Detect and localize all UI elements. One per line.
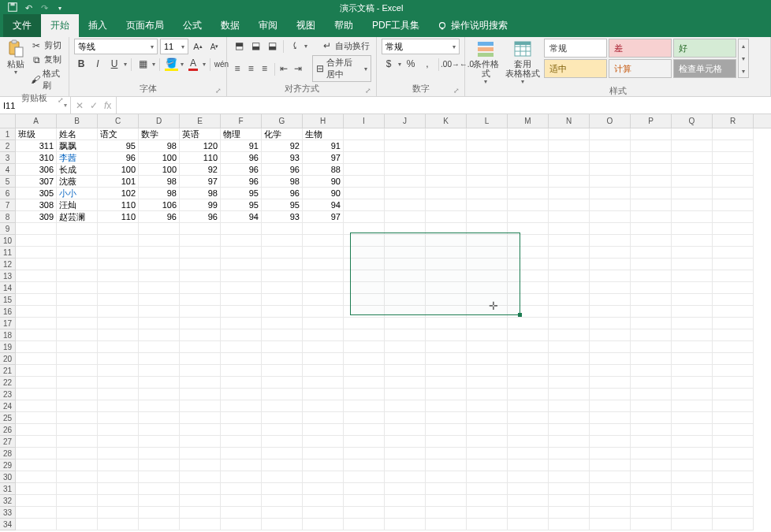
conditional-format-button[interactable]: 条件格式 ▾ (470, 39, 501, 85)
align-bottom-icon[interactable]: ⬓ (265, 39, 279, 53)
cell[interactable] (262, 412, 303, 424)
merge-center-button[interactable]: ⊟合并后居中▾ (312, 55, 371, 82)
underline-button[interactable]: U (107, 57, 121, 71)
cell[interactable] (139, 377, 180, 389)
cell[interactable] (467, 140, 508, 152)
cell[interactable] (590, 448, 631, 459)
cell[interactable] (180, 389, 221, 400)
cell[interactable] (139, 329, 180, 341)
paste-button[interactable]: 粘贴 ▾ (5, 39, 26, 76)
cell[interactable] (508, 235, 549, 247)
cell[interactable] (713, 459, 754, 471)
cell[interactable] (672, 199, 713, 211)
align-middle-icon[interactable]: ⬓ (248, 39, 263, 53)
cell[interactable] (590, 270, 631, 282)
cell[interactable] (344, 199, 385, 211)
increase-decimal-icon[interactable]: .00→ (443, 57, 457, 71)
cell[interactable] (344, 459, 385, 471)
cell[interactable] (549, 389, 590, 400)
cell[interactable]: 308 (16, 199, 57, 211)
cell[interactable]: 95 (98, 140, 139, 152)
cell[interactable] (57, 436, 98, 448)
cell[interactable] (385, 164, 426, 176)
cell[interactable]: 96 (98, 152, 139, 164)
cell[interactable] (16, 247, 57, 259)
cell[interactable] (549, 188, 590, 199)
cell[interactable] (221, 329, 262, 341)
cell[interactable] (713, 164, 754, 176)
tell-me[interactable]: 操作说明搜索 (429, 14, 516, 37)
cell[interactable] (713, 235, 754, 247)
cell[interactable] (180, 247, 221, 259)
cell[interactable] (426, 495, 467, 507)
qat-more-icon[interactable]: ▾ (54, 5, 66, 12)
cell[interactable] (631, 140, 672, 152)
cell[interactable] (180, 495, 221, 507)
row-header[interactable]: 22 (0, 377, 15, 389)
cell[interactable] (590, 318, 631, 329)
cell[interactable] (385, 436, 426, 448)
cell[interactable] (631, 459, 672, 471)
cell[interactable] (98, 436, 139, 448)
cell[interactable] (16, 365, 57, 377)
cell[interactable] (508, 188, 549, 199)
cell[interactable] (672, 164, 713, 176)
cell[interactable] (139, 282, 180, 294)
font-name-combo[interactable]: 等线▾ (74, 39, 158, 54)
cell[interactable] (180, 412, 221, 424)
cell[interactable] (508, 329, 549, 341)
cell[interactable] (713, 188, 754, 199)
cell[interactable] (303, 270, 344, 282)
cell[interactable]: 飘飘 (57, 140, 98, 152)
cell[interactable] (16, 270, 57, 282)
cell[interactable] (590, 389, 631, 400)
cell[interactable]: 95 (262, 199, 303, 211)
cell[interactable] (590, 424, 631, 436)
cell[interactable] (426, 412, 467, 424)
cell[interactable] (467, 365, 508, 377)
cell[interactable] (303, 306, 344, 318)
cell[interactable] (16, 318, 57, 329)
cell[interactable] (221, 377, 262, 389)
cell[interactable] (508, 140, 549, 152)
cell[interactable] (385, 353, 426, 365)
format-as-table-button[interactable]: 套用 表格格式 ▾ (505, 39, 541, 85)
cell[interactable] (549, 152, 590, 164)
cell[interactable] (139, 448, 180, 459)
cell[interactable]: 语文 (98, 128, 139, 140)
cell[interactable] (262, 329, 303, 341)
cell[interactable]: 96 (262, 164, 303, 176)
cell[interactable] (467, 259, 508, 270)
cell[interactable]: 姓名 (57, 128, 98, 140)
cell[interactable] (344, 519, 385, 530)
cell[interactable] (221, 259, 262, 270)
cell[interactable] (57, 519, 98, 530)
cell[interactable] (672, 495, 713, 507)
cell[interactable]: 95 (221, 188, 262, 199)
cell[interactable] (713, 471, 754, 483)
cell[interactable] (180, 400, 221, 412)
cell[interactable] (303, 471, 344, 483)
cell[interactable] (508, 471, 549, 483)
cell[interactable] (303, 282, 344, 294)
cell[interactable] (344, 282, 385, 294)
cell[interactable] (467, 400, 508, 412)
cell[interactable] (16, 306, 57, 318)
cell[interactable] (467, 519, 508, 530)
cell[interactable] (467, 211, 508, 223)
cell[interactable] (590, 259, 631, 270)
cell[interactable]: 96 (221, 152, 262, 164)
cell[interactable] (508, 282, 549, 294)
cell[interactable] (221, 235, 262, 247)
cell[interactable] (467, 448, 508, 459)
cell[interactable] (262, 448, 303, 459)
cell[interactable] (672, 377, 713, 389)
cell[interactable] (713, 259, 754, 270)
cell[interactable] (713, 436, 754, 448)
cell[interactable] (344, 128, 385, 140)
cell[interactable] (631, 176, 672, 188)
cell[interactable] (139, 365, 180, 377)
cell[interactable] (713, 329, 754, 341)
accounting-format-icon[interactable]: $ (382, 57, 396, 71)
cell[interactable]: 98 (139, 176, 180, 188)
